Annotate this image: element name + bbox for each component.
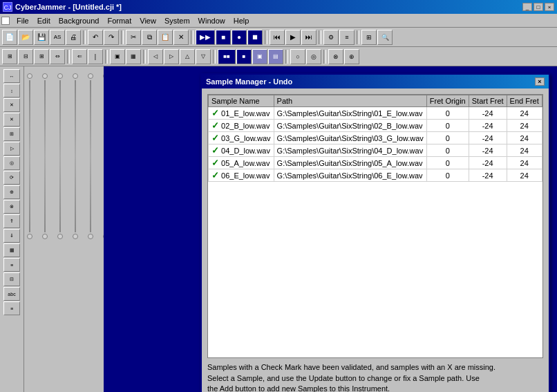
dialog-close-button[interactable]: × [535, 77, 545, 86]
tb-settings-2[interactable]: ≡ [339, 30, 355, 45]
tb-ff[interactable]: ⏭ [301, 30, 317, 45]
tb-btn-blue-1[interactable]: ▶▶ [196, 30, 215, 45]
cell-path: G:\Samples\Guitar\SixString\03_G_low.wav [274, 132, 426, 144]
tb2-1[interactable]: ⊞ [2, 49, 17, 64]
table-row[interactable]: ✓ 04_D_low.wavG:\Samples\Guitar\SixStrin… [209, 144, 544, 157]
tb-new[interactable]: 📄 [2, 30, 17, 45]
cell-fret-origin: 0 [426, 144, 469, 157]
table-row[interactable]: ✓ 02_B_low.wavG:\Samples\Guitar\SixStrin… [209, 120, 544, 132]
tb2-5[interactable]: ⇐ [72, 49, 87, 64]
col-start-fret: Start Fret [469, 95, 507, 107]
table-row[interactable]: ✓ 03_G_low.wavG:\Samples\Guitar\SixStrin… [209, 132, 544, 144]
tb-grid[interactable]: ⊞ [361, 30, 377, 45]
string-1-bottom-tuner [27, 234, 32, 239]
tb2-10[interactable]: ▷ [164, 49, 179, 64]
menu-system[interactable]: System [160, 15, 194, 26]
tb2-blue-1[interactable]: ■■ [218, 49, 236, 64]
cell-end-fret: 24 [507, 144, 542, 157]
side-btn-4[interactable]: ✕ [3, 113, 20, 127]
tb-btn-blue-3[interactable]: ● [232, 30, 247, 45]
side-btn-1[interactable]: ↔ [3, 69, 20, 83]
tb-paste[interactable]: 📋 [158, 30, 173, 45]
menu-file[interactable]: File [12, 15, 33, 26]
string-3-line [59, 80, 61, 232]
tb-save-as[interactable]: AS [50, 30, 65, 45]
tb-zoom[interactable]: 🔍 [377, 30, 393, 45]
tb2-blue-3[interactable]: ▣ [252, 49, 267, 64]
tb-play[interactable]: ▶ [285, 30, 301, 45]
tb2-8[interactable]: ▦ [126, 49, 141, 64]
tb-cut[interactable]: ✂ [126, 30, 141, 45]
cell-fret-origin: 0 [426, 120, 469, 132]
menu-help[interactable]: Help [229, 15, 254, 26]
side-btn-14[interactable]: ≡ [3, 258, 20, 272]
table-row[interactable]: ✓ 01_E_low.wavG:\Samples\Guitar\SixStrin… [209, 107, 544, 120]
tb-undo[interactable]: ↶ [88, 30, 103, 45]
side-btn-17[interactable]: ≡ [3, 301, 20, 315]
sample-table[interactable]: Sample Name Path Fret Origin Start Fret … [207, 94, 543, 358]
menu-format[interactable]: Format [103, 15, 135, 26]
tb2-12[interactable]: ▽ [196, 49, 211, 64]
menu-view[interactable]: View [135, 15, 160, 26]
tb2-13[interactable]: ○ [290, 49, 305, 64]
tb-save[interactable]: 💾 [34, 30, 49, 45]
workspace-area: Sample Manager - Undo × Sample Name Path… [104, 66, 557, 392]
side-btn-11[interactable]: ⇑ [3, 214, 20, 228]
cell-midi-note: 60 - C4 [542, 132, 543, 144]
tb2-9[interactable]: ◁ [148, 49, 163, 64]
tb2-6[interactable]: | [88, 49, 103, 64]
side-btn-8[interactable]: ⟳ [3, 171, 20, 185]
tb2-15[interactable]: ⊗ [328, 49, 343, 64]
tb2-14[interactable]: ◎ [306, 49, 321, 64]
cell-path: G:\Samples\Guitar\SixString\05_A_low.wav [274, 157, 426, 169]
dialog-title-bar: Sample Manager - Undo × [202, 75, 549, 88]
side-btn-9[interactable]: ⊕ [3, 185, 20, 199]
tb-print[interactable]: 🖨 [66, 30, 81, 45]
side-btn-2[interactable]: ↕ [3, 84, 20, 97]
tb-copy[interactable]: ⧉ [142, 30, 157, 45]
menu-window[interactable]: Window [194, 15, 229, 26]
string-4 [73, 73, 78, 239]
toolbar-sep-1 [83, 30, 86, 44]
tb2-2[interactable]: ⊟ [18, 49, 33, 64]
side-btn-7[interactable]: ◎ [3, 156, 20, 170]
menu-background[interactable]: Background [55, 15, 104, 26]
menu-checkbox[interactable] [1, 17, 10, 25]
side-btn-12[interactable]: ⇓ [3, 229, 20, 243]
tb2-4[interactable]: ⇔ [50, 49, 65, 64]
side-btn-5[interactable]: ⊞ [3, 127, 20, 141]
col-end-fret: End Fret [507, 95, 542, 107]
side-btn-10[interactable]: ⊗ [3, 200, 20, 214]
table-row[interactable]: ✓ 05_A_low.wavG:\Samples\Guitar\SixStrin… [209, 157, 544, 169]
close-button[interactable]: × [545, 3, 554, 11]
tb2-11[interactable]: △ [180, 49, 195, 64]
tb-redo[interactable]: ↷ [104, 30, 119, 45]
tb-btn-blue-4[interactable]: ⏹ [247, 30, 263, 45]
app-icon: CJ [3, 2, 12, 12]
side-btn-16[interactable]: abc [3, 287, 20, 301]
cell-start-fret: -24 [469, 107, 507, 120]
side-btn-13[interactable]: ▦ [3, 243, 20, 257]
side-btn-3[interactable]: ✕ [3, 98, 20, 112]
tb-btn-blue-2[interactable]: ■ [216, 30, 231, 45]
menu-edit[interactable]: Edit [33, 15, 55, 26]
tb2-16[interactable]: ⊕ [344, 49, 359, 64]
tb-open[interactable]: 📂 [18, 30, 33, 45]
window-controls: _ □ × [522, 3, 554, 11]
tb-rewind[interactable]: ⏮ [270, 30, 285, 45]
table-row[interactable]: ✓ 06_E_low.wavG:\Samples\Guitar\SixStrin… [209, 169, 544, 182]
string-1-line [29, 80, 30, 232]
tb-settings-1[interactable]: ⚙ [323, 30, 339, 45]
cell-sample-name: ✓ 06_E_low.wav [209, 169, 274, 182]
tb2-blue-2[interactable]: ■ [236, 49, 252, 64]
col-path: Path [274, 95, 426, 107]
tb2-blue-4[interactable]: ▤ [268, 49, 283, 64]
side-btn-15[interactable]: ⊟ [3, 272, 20, 286]
string-2 [42, 73, 48, 239]
maximize-button[interactable]: □ [534, 3, 543, 11]
tb2-7[interactable]: ▣ [110, 49, 125, 64]
minimize-button[interactable]: _ [522, 3, 532, 11]
side-btn-6[interactable]: ▷ [3, 142, 20, 156]
tb-delete[interactable]: ✕ [173, 30, 189, 45]
tb2-3[interactable]: ⊞ [34, 49, 49, 64]
